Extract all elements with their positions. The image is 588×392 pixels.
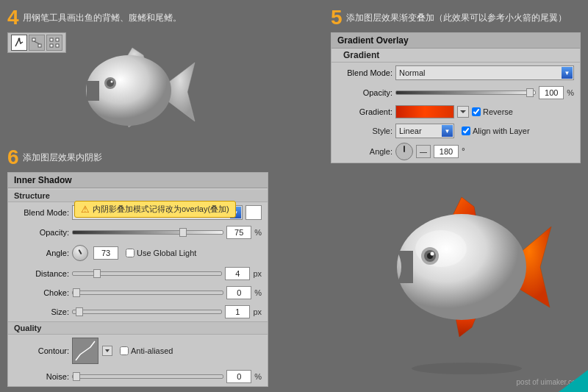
reverse-label: Reverse xyxy=(483,107,513,116)
opacity-percent: % xyxy=(567,88,574,97)
style-select-arrow: ▼ xyxy=(442,125,453,137)
step4-number: 4 xyxy=(7,7,19,28)
step5-number: 5 xyxy=(331,7,343,28)
svg-point-9 xyxy=(107,79,114,87)
svg-marker-11 xyxy=(460,110,466,113)
contour-row: Contour: Anti-aliased xyxy=(8,335,268,367)
s6-size-unit: px xyxy=(253,307,262,316)
s6-size-label: Size: xyxy=(14,307,69,316)
gradient-overlay-panel: Gradient Overlay Gradient Blend Mode: No… xyxy=(331,32,581,163)
s6-choke-slider[interactable] xyxy=(72,291,223,295)
s6-distance-slider[interactable] xyxy=(72,271,222,276)
quality-header: Quality xyxy=(8,322,268,335)
noise-label: Noise: xyxy=(14,372,69,381)
panel-title: Gradient Overlay xyxy=(331,33,580,49)
s6-opacity-percent: % xyxy=(254,228,262,237)
warning-icon: ⚠ xyxy=(81,204,90,215)
svg-rect-2 xyxy=(38,44,41,47)
s6-opacity-label: Opacity: xyxy=(14,228,69,237)
anti-aliased-checkbox[interactable] xyxy=(120,346,129,355)
step5-section: 5 添加图层效果渐变叠加（此效果可以参考小火箭的尾翼） Gradient Ove… xyxy=(331,7,581,163)
style-row: Style: Linear ▼ Align with Layer xyxy=(331,121,580,140)
s6-distance-unit: px xyxy=(253,269,262,278)
select-arrow-icon: ▼ xyxy=(562,67,573,79)
s6-angle-value[interactable]: 73 xyxy=(93,246,118,260)
s6-angle-label: Angle: xyxy=(14,249,69,257)
s6-opacity-value[interactable]: 75 xyxy=(226,226,251,239)
gradient-swatch[interactable] xyxy=(395,105,454,118)
style-select[interactable]: Linear ▼ xyxy=(395,124,454,138)
opacity-row: Opacity: 100 % xyxy=(331,83,580,102)
s6-blend-mode-label: Blend Mode: xyxy=(14,208,69,217)
noise-row: Noise: 0 % xyxy=(8,367,268,386)
anti-aliased-row: Anti-aliased xyxy=(120,346,173,355)
opacity-slider[interactable] xyxy=(395,90,536,95)
fish-bottom-illustration xyxy=(353,186,573,377)
anti-aliased-label: Anti-aliased xyxy=(131,346,173,355)
warning-text: 内阴影叠加模式记得改为overlay(叠加) xyxy=(93,204,229,215)
angle-label: Angle: xyxy=(337,147,392,156)
blend-mode-label: Blend Mode: xyxy=(337,68,392,77)
align-layer-label: Layer xyxy=(509,126,530,135)
angle-minus-btn[interactable]: — xyxy=(416,145,431,158)
step5-label: 添加图层效果渐变叠加（此效果可以参考小火箭的尾翼） xyxy=(346,12,567,24)
svg-point-19 xyxy=(431,252,434,256)
s6-global-light-row: Use Global Light xyxy=(126,249,196,257)
noise-slider[interactable] xyxy=(72,374,223,379)
gradient-options-btn[interactable] xyxy=(457,106,469,118)
s6-choke-label: Choke: xyxy=(14,288,69,297)
contour-preview[interactable] xyxy=(72,338,98,364)
svg-rect-5 xyxy=(50,44,53,47)
gradient-label: Gradient: xyxy=(337,107,392,116)
s6-distance-value[interactable]: 4 xyxy=(225,267,250,280)
step6-label: 添加图层效果内阴影 xyxy=(23,152,102,164)
step4-label: 用钢笔工具画出鱼的背鳍、腹鳍和尾鳍。 xyxy=(23,12,182,24)
fish-top-illustration xyxy=(59,40,206,143)
s6-distance-label: Distance: xyxy=(14,269,69,278)
svg-point-15 xyxy=(415,230,467,267)
s6-global-light-checkbox[interactable] xyxy=(126,249,135,257)
svg-point-14 xyxy=(397,214,526,320)
step4-header: 4 用钢笔工具画出鱼的背鳍、腹鳍和尾鳍。 xyxy=(7,7,279,28)
reverse-checkbox[interactable] xyxy=(472,107,481,116)
s6-opacity-row: Opacity: 75 % xyxy=(8,223,268,242)
angle-dial[interactable] xyxy=(395,143,413,160)
s6-angle-dial[interactable] xyxy=(72,245,88,261)
svg-rect-3 xyxy=(50,38,53,41)
style-label: Style: xyxy=(337,126,392,135)
blend-mode-select[interactable]: Normal ▼ xyxy=(395,65,574,80)
inner-shadow-panel: Inner Shadow ⚠ 内阴影叠加模式记得改为overlay(叠加) St… xyxy=(7,172,268,387)
quality-section: Quality Contour: Anti-aliased xyxy=(8,321,268,386)
blend-mode-row: Blend Mode: Normal ▼ xyxy=(331,63,580,83)
contour-dropdown-btn[interactable] xyxy=(102,346,112,356)
gradient-row: Gradient: Reverse xyxy=(331,102,580,121)
pen-tool-btn[interactable] xyxy=(11,35,27,51)
svg-point-0 xyxy=(18,38,21,40)
noise-percent: % xyxy=(254,372,262,381)
opacity-label: Opacity: xyxy=(337,88,392,97)
s6-opacity-slider[interactable] xyxy=(72,230,223,235)
s6-size-slider[interactable] xyxy=(72,310,222,314)
step6-header: 6 添加图层效果内阴影 xyxy=(7,147,268,168)
align-with-label: Align with xyxy=(473,126,507,135)
blend-mode-value: Normal xyxy=(399,68,425,77)
opacity-value[interactable]: 100 xyxy=(539,86,564,99)
bezier-tool-btn[interactable] xyxy=(29,35,45,51)
inner-shadow-title: Inner Shadow xyxy=(8,173,268,188)
s6-color-box[interactable] xyxy=(245,205,262,220)
svg-marker-13 xyxy=(105,349,110,352)
toolbar-box xyxy=(7,32,66,53)
s6-angle-row: Angle: 73 Use Global Light xyxy=(8,242,268,264)
align-layer-row: Align with Layer xyxy=(462,126,530,135)
step6-section: 6 添加图层效果内阴影 Inner Shadow ⚠ 内阴影叠加模式记得改为ov… xyxy=(7,147,268,387)
svg-rect-1 xyxy=(32,38,35,41)
step5-header: 5 添加图层效果渐变叠加（此效果可以参考小火箭的尾翼） xyxy=(331,7,581,28)
align-layer-checkbox[interactable] xyxy=(462,126,470,135)
noise-value[interactable]: 0 xyxy=(226,370,251,383)
style-value: Linear xyxy=(399,126,422,135)
s6-size-row: Size: 1 px xyxy=(8,302,268,321)
s6-choke-value[interactable]: 0 xyxy=(226,286,251,299)
s6-size-value[interactable]: 1 xyxy=(225,305,250,318)
angle-value[interactable]: 180 xyxy=(434,145,459,158)
reverse-checkbox-row: Reverse xyxy=(472,107,513,116)
